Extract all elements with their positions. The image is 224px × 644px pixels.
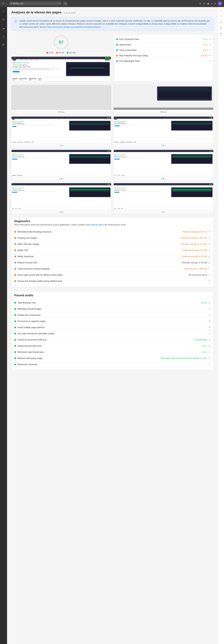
bell-icon[interactable]: ● xyxy=(214,2,216,5)
metric-expand-mpfid[interactable]: ▼ xyxy=(209,54,211,57)
passed-label-0: Total Blocking Time xyxy=(18,302,36,304)
metric-dot-si xyxy=(116,44,118,46)
sidebar-icon-users[interactable]: ⚳ xyxy=(2,34,6,39)
metric-expand-tti[interactable]: ▼ xyxy=(209,49,211,52)
diag-label-4: Minify JavaScript xyxy=(18,255,34,258)
info-panel-icon[interactable]: ⓘ xyxy=(220,20,222,24)
filmstrip-frame-1: ... 375 ms xyxy=(11,85,111,114)
sidebar-icon-cloud[interactable]: ☁ xyxy=(1,25,6,31)
legend-label-mid: 50–89 xyxy=(59,52,64,54)
passed-dot-9 xyxy=(14,358,16,359)
legend-dot-orange xyxy=(56,52,58,54)
diag-chevron-5[interactable]: ▼ xyxy=(208,262,210,264)
metrics-panel: First Contentful Paint 0.7 s ▼ Speed Ind… xyxy=(114,34,213,82)
score-legend: 0–49 50–89 90–100 xyxy=(46,52,76,54)
metric-mpfid: Max Potential First Input Delay 100 ms ▼ xyxy=(116,53,211,58)
notification-icon[interactable]: ● xyxy=(211,2,212,5)
passed-item-3: Preconnect to required origins ▼ xyxy=(14,318,210,324)
metric-value-si: 1.5 s xyxy=(203,44,207,46)
export-icon[interactable]: ⇧ xyxy=(220,9,222,12)
passed-dot-5 xyxy=(14,333,16,334)
diag-dot-4 xyxy=(14,256,16,257)
list-icon[interactable]: ☰ xyxy=(220,26,222,29)
share-icon[interactable]: ↗ xyxy=(220,15,222,18)
metric-si: Speed Index 1.5 s ▼ xyxy=(116,42,211,48)
diag-dot-2 xyxy=(14,243,16,245)
diag-dot-3 xyxy=(14,250,16,251)
diag-chevron-0[interactable]: ▼ xyxy=(208,230,210,233)
sidebar-icon-upload[interactable]: ⇧ xyxy=(2,9,6,14)
home-icon[interactable]: ⌂ xyxy=(6,2,8,5)
diag-chevron-4[interactable]: ▼ xyxy=(208,255,210,258)
new-tab-button[interactable]: + xyxy=(63,2,67,6)
passed-chevron-2[interactable]: ▼ xyxy=(208,314,210,316)
metric-expand-fmp[interactable]: ▼ xyxy=(209,60,211,62)
filmstrip-label-3: 1.1 s xyxy=(12,143,111,148)
sidebar-icon-settings[interactable]: ⚙ xyxy=(1,42,6,48)
metric-expand-fcp[interactable]: ▼ xyxy=(209,38,211,40)
filmstrip-frame-6: Use Labrika's AI-led SEO toolset to rank… xyxy=(114,150,213,181)
diag-chevron-1[interactable]: ▼ xyxy=(208,237,210,239)
main-layout: ⇧ ↻ ☁ ⚳ ⚙ Analyses de la vitesse des pag… xyxy=(0,7,224,644)
passed-chevron-8[interactable]: ▼ xyxy=(208,351,210,353)
passed-chevron-4[interactable]: ▼ xyxy=(208,326,210,329)
metric-dot-fcp xyxy=(116,38,118,40)
filmstrip-label-6: 2.3 s xyxy=(114,176,213,181)
score-preview-panel: 97 0–49 50–89 90–100 xyxy=(11,34,111,82)
diag-value-6: Total size was 1,968 KiB xyxy=(184,268,207,270)
menu-icon[interactable]: ☰ xyxy=(2,2,4,5)
diag-chevron-8[interactable]: ▼ xyxy=(208,280,210,282)
page-title: Analyses de la vitesse des pages xyxy=(11,10,61,14)
passed-dot-1 xyxy=(14,308,16,310)
passed-chevron-7[interactable]: ▼ xyxy=(208,345,210,347)
directly-affect-link[interactable]: directly affect xyxy=(91,224,104,226)
passed-chevron-1[interactable]: ▼ xyxy=(208,308,210,310)
passed-chevron-6[interactable]: ▼ xyxy=(208,338,210,341)
passed-list: Total Blocking Time 10 ms ▼ Efficiently … xyxy=(14,300,210,368)
diag-chevron-7[interactable]: ▼ xyxy=(208,274,210,276)
sidebar-icon-share[interactable]: ↻ xyxy=(2,17,6,22)
metric-expand-si[interactable]: ▼ xyxy=(209,44,211,46)
info-link[interactable]: https://developers.google.com/speed/docs… xyxy=(47,26,101,28)
page-header: Analyses de la vitesse des pages le 30.1… xyxy=(11,10,213,14)
extension-icon[interactable]: ▣ xyxy=(207,2,209,5)
passed-chevron-0[interactable]: ▼ xyxy=(208,302,210,304)
diag-item-5: Reduce unused CSS Potential savings of 3… xyxy=(14,260,210,266)
page-date: le 30.10.2024 xyxy=(64,12,75,14)
metric-label-mpfid: Max Potential First Input Delay xyxy=(119,54,148,57)
download-icon[interactable]: ⬇ xyxy=(199,2,201,5)
passed-value-0: 10 ms xyxy=(201,302,207,304)
diag-value-7: 60 resources found xyxy=(189,274,207,276)
metric-label-si: Speed Index xyxy=(119,44,131,46)
avatar[interactable]: U xyxy=(218,1,222,6)
passed-chevron-3[interactable]: ▼ xyxy=(208,320,210,322)
filmstrip-label-8: 3 s xyxy=(114,210,213,214)
passed-item-5: Use video formats for animated content ▼ xyxy=(14,331,210,337)
passed-item-7: JavaScript execution time 0.9 s ▼ xyxy=(14,343,210,349)
passed-chevron-10[interactable]: ▼ xyxy=(208,363,210,366)
diag-chevron-2[interactable]: ▼ xyxy=(208,243,210,246)
diag-item-4: Minify JavaScript Potential savings of 4… xyxy=(14,254,210,260)
filmstrip-label-5: 1.9 s xyxy=(12,176,111,181)
metric-label-tti: Time to Interactive xyxy=(119,49,137,52)
metric-dot-fmp xyxy=(116,60,118,62)
diag-dot-0 xyxy=(14,231,16,233)
metric-dot-mpfid xyxy=(116,55,118,56)
star-icon[interactable]: ✦ xyxy=(220,32,222,35)
main-content: Analyses de la vitesse des pages le 30.1… xyxy=(7,7,218,644)
score-section: 97 0–49 50–89 90–100 xyxy=(11,34,111,54)
passed-item-2: Enable text compression ▼ xyxy=(14,312,210,318)
diag-chevron-3[interactable]: ▼ xyxy=(208,249,210,252)
passed-item-8: Minimizes main-thread work 0.9 s ▼ xyxy=(14,349,210,355)
passed-chevron-9[interactable]: ▼ xyxy=(208,357,210,360)
metric-tti: Time to Interactive 2.8 s ▼ xyxy=(116,48,211,53)
metric-label-fcp: First Contentful Paint xyxy=(119,38,139,40)
address-bar[interactable]: fr.labrika.com ▾ xyxy=(9,2,62,6)
passed-value-9: Third party code blocked the main thread… xyxy=(160,357,207,360)
metric-fcp: First Contentful Paint 0.7 s ▼ xyxy=(116,37,211,42)
passed-chevron-5[interactable]: ▼ xyxy=(208,332,210,335)
browser-actions: ⬇ ☰ ▣ ● ● U xyxy=(199,1,222,6)
bookmark-icon[interactable]: ☰ xyxy=(203,2,205,5)
diag-dot-6 xyxy=(14,268,16,270)
diag-chevron-6[interactable]: ▼ xyxy=(208,268,210,270)
